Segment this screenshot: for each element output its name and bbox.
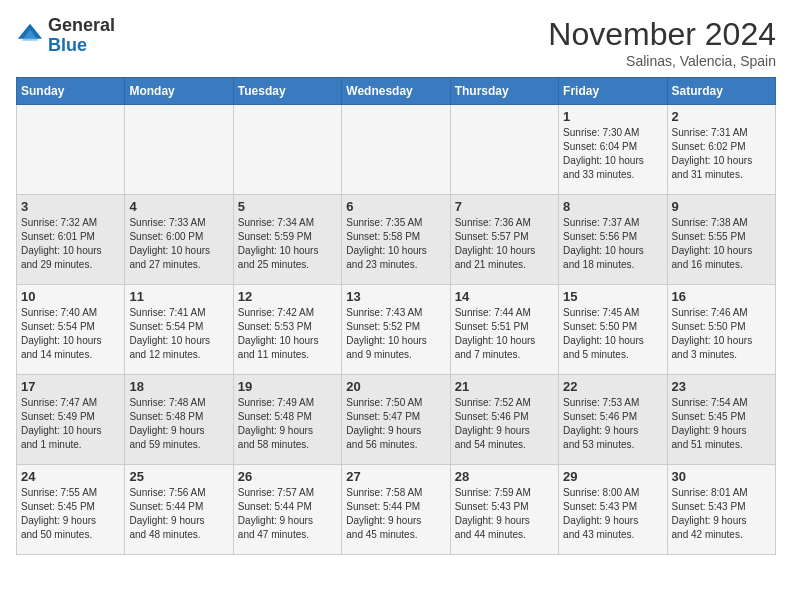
- day-info: Sunrise: 7:38 AM Sunset: 5:55 PM Dayligh…: [672, 216, 771, 272]
- day-info: Sunrise: 7:54 AM Sunset: 5:45 PM Dayligh…: [672, 396, 771, 452]
- day-cell: 11Sunrise: 7:41 AM Sunset: 5:54 PM Dayli…: [125, 285, 233, 375]
- header-cell-wednesday: Wednesday: [342, 78, 450, 105]
- day-info: Sunrise: 7:46 AM Sunset: 5:50 PM Dayligh…: [672, 306, 771, 362]
- day-info: Sunrise: 7:42 AM Sunset: 5:53 PM Dayligh…: [238, 306, 337, 362]
- logo-blue-text: Blue: [48, 35, 87, 55]
- week-row-4: 17Sunrise: 7:47 AM Sunset: 5:49 PM Dayli…: [17, 375, 776, 465]
- day-cell: 23Sunrise: 7:54 AM Sunset: 5:45 PM Dayli…: [667, 375, 775, 465]
- day-number: 9: [672, 199, 771, 214]
- day-cell: [17, 105, 125, 195]
- day-info: Sunrise: 7:33 AM Sunset: 6:00 PM Dayligh…: [129, 216, 228, 272]
- day-info: Sunrise: 7:32 AM Sunset: 6:01 PM Dayligh…: [21, 216, 120, 272]
- calendar-header: SundayMondayTuesdayWednesdayThursdayFrid…: [17, 78, 776, 105]
- day-number: 18: [129, 379, 228, 394]
- day-number: 27: [346, 469, 445, 484]
- day-cell: 28Sunrise: 7:59 AM Sunset: 5:43 PM Dayli…: [450, 465, 558, 555]
- day-info: Sunrise: 7:49 AM Sunset: 5:48 PM Dayligh…: [238, 396, 337, 452]
- day-number: 4: [129, 199, 228, 214]
- day-cell: [125, 105, 233, 195]
- title-block: November 2024 Salinas, Valencia, Spain: [548, 16, 776, 69]
- day-cell: 1Sunrise: 7:30 AM Sunset: 6:04 PM Daylig…: [559, 105, 667, 195]
- week-row-2: 3Sunrise: 7:32 AM Sunset: 6:01 PM Daylig…: [17, 195, 776, 285]
- calendar-table: SundayMondayTuesdayWednesdayThursdayFrid…: [16, 77, 776, 555]
- header-cell-monday: Monday: [125, 78, 233, 105]
- page-header: General Blue November 2024 Salinas, Vale…: [16, 16, 776, 69]
- day-info: Sunrise: 7:50 AM Sunset: 5:47 PM Dayligh…: [346, 396, 445, 452]
- day-number: 25: [129, 469, 228, 484]
- day-info: Sunrise: 7:35 AM Sunset: 5:58 PM Dayligh…: [346, 216, 445, 272]
- day-cell: [450, 105, 558, 195]
- day-info: Sunrise: 7:53 AM Sunset: 5:46 PM Dayligh…: [563, 396, 662, 452]
- day-info: Sunrise: 7:44 AM Sunset: 5:51 PM Dayligh…: [455, 306, 554, 362]
- day-cell: 15Sunrise: 7:45 AM Sunset: 5:50 PM Dayli…: [559, 285, 667, 375]
- header-cell-thursday: Thursday: [450, 78, 558, 105]
- day-info: Sunrise: 7:37 AM Sunset: 5:56 PM Dayligh…: [563, 216, 662, 272]
- day-number: 3: [21, 199, 120, 214]
- day-cell: 13Sunrise: 7:43 AM Sunset: 5:52 PM Dayli…: [342, 285, 450, 375]
- day-info: Sunrise: 7:59 AM Sunset: 5:43 PM Dayligh…: [455, 486, 554, 542]
- day-cell: [233, 105, 341, 195]
- day-cell: 30Sunrise: 8:01 AM Sunset: 5:43 PM Dayli…: [667, 465, 775, 555]
- day-number: 7: [455, 199, 554, 214]
- day-info: Sunrise: 8:00 AM Sunset: 5:43 PM Dayligh…: [563, 486, 662, 542]
- day-cell: [342, 105, 450, 195]
- day-number: 16: [672, 289, 771, 304]
- day-cell: 3Sunrise: 7:32 AM Sunset: 6:01 PM Daylig…: [17, 195, 125, 285]
- day-number: 11: [129, 289, 228, 304]
- day-cell: 25Sunrise: 7:56 AM Sunset: 5:44 PM Dayli…: [125, 465, 233, 555]
- day-number: 22: [563, 379, 662, 394]
- day-cell: 14Sunrise: 7:44 AM Sunset: 5:51 PM Dayli…: [450, 285, 558, 375]
- logo: General Blue: [16, 16, 115, 56]
- day-cell: 29Sunrise: 8:00 AM Sunset: 5:43 PM Dayli…: [559, 465, 667, 555]
- header-cell-tuesday: Tuesday: [233, 78, 341, 105]
- day-cell: 10Sunrise: 7:40 AM Sunset: 5:54 PM Dayli…: [17, 285, 125, 375]
- day-info: Sunrise: 7:36 AM Sunset: 5:57 PM Dayligh…: [455, 216, 554, 272]
- day-cell: 2Sunrise: 7:31 AM Sunset: 6:02 PM Daylig…: [667, 105, 775, 195]
- day-cell: 6Sunrise: 7:35 AM Sunset: 5:58 PM Daylig…: [342, 195, 450, 285]
- day-info: Sunrise: 7:31 AM Sunset: 6:02 PM Dayligh…: [672, 126, 771, 182]
- header-row: SundayMondayTuesdayWednesdayThursdayFrid…: [17, 78, 776, 105]
- day-cell: 24Sunrise: 7:55 AM Sunset: 5:45 PM Dayli…: [17, 465, 125, 555]
- month-title: November 2024: [548, 16, 776, 53]
- day-info: Sunrise: 7:57 AM Sunset: 5:44 PM Dayligh…: [238, 486, 337, 542]
- day-cell: 20Sunrise: 7:50 AM Sunset: 5:47 PM Dayli…: [342, 375, 450, 465]
- day-cell: 16Sunrise: 7:46 AM Sunset: 5:50 PM Dayli…: [667, 285, 775, 375]
- day-number: 5: [238, 199, 337, 214]
- logo-general-text: General: [48, 15, 115, 35]
- day-info: Sunrise: 7:45 AM Sunset: 5:50 PM Dayligh…: [563, 306, 662, 362]
- day-cell: 17Sunrise: 7:47 AM Sunset: 5:49 PM Dayli…: [17, 375, 125, 465]
- day-cell: 5Sunrise: 7:34 AM Sunset: 5:59 PM Daylig…: [233, 195, 341, 285]
- day-number: 6: [346, 199, 445, 214]
- day-cell: 8Sunrise: 7:37 AM Sunset: 5:56 PM Daylig…: [559, 195, 667, 285]
- logo-icon: [16, 22, 44, 50]
- day-number: 1: [563, 109, 662, 124]
- day-cell: 12Sunrise: 7:42 AM Sunset: 5:53 PM Dayli…: [233, 285, 341, 375]
- day-info: Sunrise: 7:41 AM Sunset: 5:54 PM Dayligh…: [129, 306, 228, 362]
- day-info: Sunrise: 7:56 AM Sunset: 5:44 PM Dayligh…: [129, 486, 228, 542]
- day-number: 10: [21, 289, 120, 304]
- day-number: 20: [346, 379, 445, 394]
- day-info: Sunrise: 7:52 AM Sunset: 5:46 PM Dayligh…: [455, 396, 554, 452]
- day-number: 14: [455, 289, 554, 304]
- day-cell: 7Sunrise: 7:36 AM Sunset: 5:57 PM Daylig…: [450, 195, 558, 285]
- day-number: 12: [238, 289, 337, 304]
- day-number: 13: [346, 289, 445, 304]
- day-info: Sunrise: 7:30 AM Sunset: 6:04 PM Dayligh…: [563, 126, 662, 182]
- day-number: 17: [21, 379, 120, 394]
- day-number: 21: [455, 379, 554, 394]
- day-cell: 26Sunrise: 7:57 AM Sunset: 5:44 PM Dayli…: [233, 465, 341, 555]
- day-number: 2: [672, 109, 771, 124]
- day-info: Sunrise: 7:43 AM Sunset: 5:52 PM Dayligh…: [346, 306, 445, 362]
- day-number: 19: [238, 379, 337, 394]
- day-number: 26: [238, 469, 337, 484]
- day-cell: 22Sunrise: 7:53 AM Sunset: 5:46 PM Dayli…: [559, 375, 667, 465]
- day-number: 23: [672, 379, 771, 394]
- day-info: Sunrise: 8:01 AM Sunset: 5:43 PM Dayligh…: [672, 486, 771, 542]
- day-cell: 19Sunrise: 7:49 AM Sunset: 5:48 PM Dayli…: [233, 375, 341, 465]
- day-info: Sunrise: 7:55 AM Sunset: 5:45 PM Dayligh…: [21, 486, 120, 542]
- week-row-1: 1Sunrise: 7:30 AM Sunset: 6:04 PM Daylig…: [17, 105, 776, 195]
- day-cell: 27Sunrise: 7:58 AM Sunset: 5:44 PM Dayli…: [342, 465, 450, 555]
- day-cell: 18Sunrise: 7:48 AM Sunset: 5:48 PM Dayli…: [125, 375, 233, 465]
- day-info: Sunrise: 7:48 AM Sunset: 5:48 PM Dayligh…: [129, 396, 228, 452]
- day-info: Sunrise: 7:40 AM Sunset: 5:54 PM Dayligh…: [21, 306, 120, 362]
